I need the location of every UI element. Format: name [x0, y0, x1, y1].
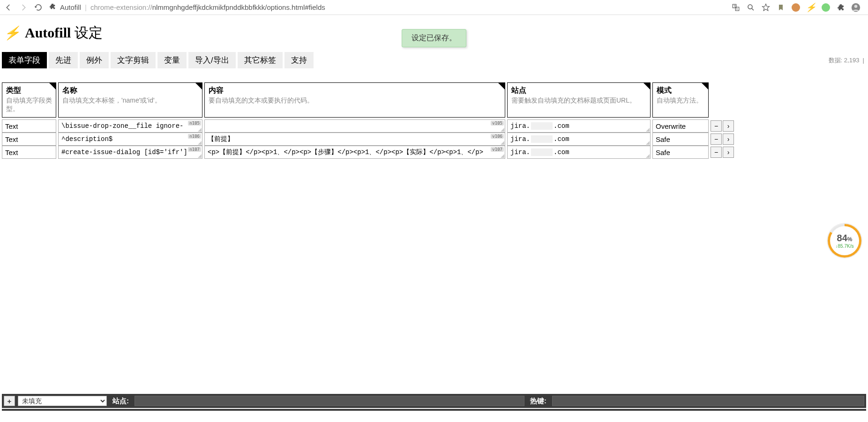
more-button[interactable]: ›	[723, 147, 734, 158]
table-row: Text \bissue-drop-zone__file ignore-n105…	[2, 119, 866, 133]
bookmark-icon[interactable]	[776, 3, 786, 12]
lightning-icon: ⚡	[4, 25, 20, 41]
site-input[interactable]: jira..com	[507, 119, 651, 133]
value-input[interactable]: 【前提】v106	[204, 133, 505, 146]
tab-fields[interactable]: 表单字段	[2, 52, 47, 68]
type-cell[interactable]: Text	[2, 119, 56, 133]
svg-text:A: A	[736, 7, 738, 10]
mode-select[interactable]: Safe	[652, 146, 709, 159]
page-title: Autofill 设定	[25, 23, 103, 43]
remove-button[interactable]: −	[711, 133, 722, 145]
value-input[interactable]: <p>【前提】</p><p>1、</p><p>【步骤】</p><p>1、</p>…	[204, 146, 505, 159]
data-stats: 数据: 2,193 |	[829, 56, 866, 65]
more-button[interactable]: ›	[723, 133, 734, 145]
profile-icon[interactable]	[851, 3, 861, 12]
mode-select[interactable]: Safe	[652, 133, 709, 146]
table-row: Text ^description$n106 【前提】v106 jira..co…	[2, 133, 866, 146]
row-actions: − ›	[711, 119, 734, 133]
svg-point-6	[854, 5, 858, 8]
row-actions: − ›	[711, 133, 734, 146]
row-actions: − ›	[711, 146, 734, 159]
forward-button[interactable]	[19, 3, 28, 12]
svg-point-4	[748, 5, 752, 9]
translate-icon[interactable]: 文A	[731, 3, 741, 12]
mode-select[interactable]: Overwrite	[652, 119, 709, 133]
tab-advanced[interactable]: 先进	[49, 52, 78, 68]
page-header: ⚡ Autofill 设定 设定已保存。	[0, 15, 868, 47]
green-ext-icon[interactable]	[821, 3, 831, 12]
value-input[interactable]: v105	[204, 119, 505, 133]
name-input[interactable]: \bissue-drop-zone__file ignore-n105	[58, 119, 202, 133]
tabs: 表单字段 先进 例外 文字剪辑 变量 导入/导出 其它标签 支持	[2, 52, 314, 68]
table-row: Text #create-issue-dialog [id$='ifr']n10…	[2, 146, 866, 159]
name-input[interactable]: ^description$n106	[58, 133, 202, 146]
extensions-icon[interactable]	[836, 3, 846, 12]
rows-container: Text \bissue-drop-zone__file ignore-n105…	[0, 119, 868, 159]
reload-button[interactable]	[34, 3, 43, 12]
page-name: Autofill	[60, 3, 81, 11]
tab-support[interactable]: 支持	[284, 52, 314, 68]
address-bar[interactable]: Autofill | chrome-extension://nlmmgnhgde…	[49, 3, 726, 12]
type-cell[interactable]: Text	[2, 133, 56, 146]
tab-other[interactable]: 其它标签	[238, 52, 283, 68]
col-mode[interactable]: 模式 自动填充方法。	[652, 82, 709, 118]
col-type[interactable]: 类型 自动填充字段类型。	[2, 82, 56, 118]
zoom-icon[interactable]	[746, 3, 756, 12]
name-input[interactable]: #create-issue-dialog [id$='ifr']n107	[58, 146, 202, 159]
svg-text:文: 文	[733, 4, 736, 7]
more-button[interactable]: ›	[723, 120, 734, 132]
toolbar-icons: 文A ⚡	[731, 3, 864, 12]
bookmark-star-icon[interactable]	[761, 3, 771, 12]
extension-icon	[49, 3, 56, 12]
col-name[interactable]: 名称 自动填充文本标签，'name'或'id'。	[58, 82, 202, 118]
tab-import-export[interactable]: 导入/导出	[188, 52, 236, 68]
col-site[interactable]: 站点 需要触发自动填充的文档标题或页面URL。	[507, 82, 651, 118]
remove-button[interactable]: −	[711, 147, 722, 158]
col-value[interactable]: 内容 要自动填充的文本或要执行的代码。	[204, 82, 505, 118]
autofill-ext-icon[interactable]: ⚡	[806, 3, 816, 12]
site-input[interactable]: jira..com	[507, 146, 651, 159]
site-input[interactable]: jira..com	[507, 133, 651, 146]
back-button[interactable]	[4, 3, 13, 12]
tab-textclips[interactable]: 文字剪辑	[111, 52, 156, 68]
browser-toolbar: Autofill | chrome-extension://nlmmgnhgde…	[0, 0, 868, 15]
tab-variables[interactable]: 变量	[157, 52, 187, 68]
cookie-ext-icon[interactable]	[791, 3, 801, 12]
saved-toast: 设定已保存。	[402, 29, 466, 47]
tabs-row: 表单字段 先进 例外 文字剪辑 变量 导入/导出 其它标签 支持 数据: 2,1…	[0, 52, 868, 68]
remove-button[interactable]: −	[711, 120, 722, 132]
tab-exceptions[interactable]: 例外	[80, 52, 109, 68]
type-cell[interactable]: Text	[2, 146, 56, 159]
column-headers: 类型 自动填充字段类型。 名称 自动填充文本标签，'name'或'id'。 内容…	[0, 82, 868, 118]
